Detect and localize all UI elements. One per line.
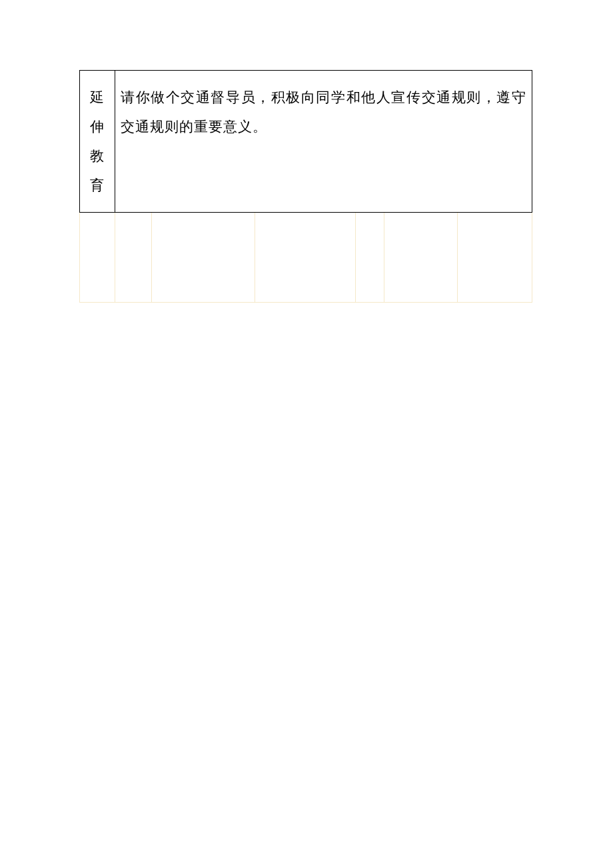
header-char-4: 育 [90,171,105,200]
header-char-1: 延 [90,83,105,112]
section-content-cell: 请你做个交通督导员，积极向同学和他人宣传交通规则，遵守交通规则的重要意义。 [115,71,532,213]
section-header-cell: 延 伸 教 育 [80,71,115,213]
empty-cell-4 [255,213,356,303]
section-content-text: 请你做个交通督导员，积极向同学和他人宣传交通规则，遵守交通规则的重要意义。 [121,89,526,135]
empty-cell-3 [151,213,255,303]
table-row-2 [80,213,532,303]
empty-cell-2 [115,213,151,303]
vertical-header: 延 伸 教 育 [85,83,109,200]
header-char-3: 教 [90,141,105,171]
table-row-1: 延 伸 教 育 请你做个交通督导员，积极向同学和他人宣传交通规则，遵守交通规则的… [80,71,532,213]
document-table: 延 伸 教 育 请你做个交通督导员，积极向同学和他人宣传交通规则，遵守交通规则的… [79,70,532,303]
empty-cell-6 [384,213,458,303]
empty-cell-7 [458,213,532,303]
empty-cell-5 [356,213,384,303]
empty-cell-1 [80,213,115,303]
header-char-2: 伸 [90,112,105,141]
